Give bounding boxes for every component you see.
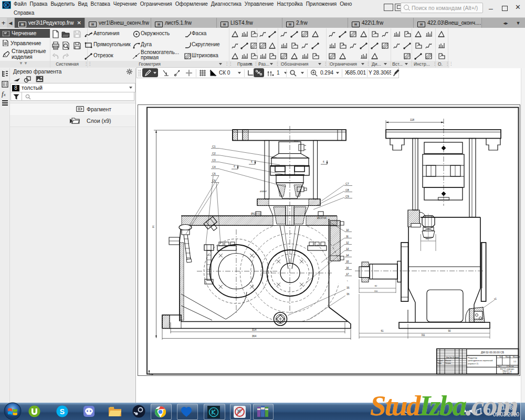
svg-text:110: 110 (374, 290, 378, 292)
svg-text:364: 364 (252, 334, 257, 338)
svg-text:ДМ 02-00.00.00 СБ: ДМ 02-00.00.00 СБ (481, 351, 505, 354)
svg-text:Пров.: Пров. (437, 362, 442, 364)
svg-text:y1: y1 (494, 298, 497, 300)
svg-text:45: 45 (426, 237, 428, 240)
svg-text:Лист: Лист (498, 365, 501, 368)
svg-text:Петров: Петров (445, 362, 451, 364)
svg-text:Б04-441-1: Б04-441-1 (503, 372, 512, 374)
svg-text:90: 90 (448, 330, 451, 332)
svg-text:Масса: Масса (506, 356, 511, 358)
svg-text:t.: t. (347, 242, 348, 244)
svg-text:82: 82 (375, 285, 377, 287)
svg-text:Разраб.: Разраб. (437, 360, 444, 362)
svg-text:t.: t. (347, 254, 348, 257)
svg-text:t.: t. (347, 279, 348, 282)
svg-text:t.: t. (347, 273, 348, 276)
svg-text:118: 118 (410, 118, 414, 121)
svg-text:C3: C3 (212, 159, 216, 162)
svg-text:C7: C7 (345, 182, 349, 185)
svg-text:Лит.: Лит. (499, 356, 502, 358)
svg-text:311: 311 (421, 334, 425, 337)
svg-text:C9: C9 (345, 195, 349, 198)
svg-text:Листов: Листов (508, 365, 514, 368)
svg-text:t.: t. (347, 248, 348, 250)
svg-text:цилиндрическо-червячный: цилиндрическо-червячный (468, 360, 492, 362)
svg-text:t.: t. (347, 260, 348, 263)
svg-text:Редуктор: Редуктор (468, 356, 477, 359)
svg-text:M10: M10 (294, 140, 299, 142)
svg-text:61: 61 (381, 330, 384, 332)
svg-text:б: б (251, 161, 253, 163)
svg-text:C2: C2 (212, 152, 216, 155)
svg-text:S: S (60, 407, 65, 416)
svg-text:Иванов: Иванов (445, 360, 451, 362)
svg-text:314: 314 (252, 328, 257, 331)
svg-text:ØC37/s6: ØC37/s6 (317, 217, 327, 219)
svg-text:H: H (152, 226, 155, 228)
svg-text:C1: C1 (212, 145, 216, 148)
svg-text:Масштаб: Масштаб (513, 356, 520, 358)
svg-text:C8: C8 (345, 188, 349, 192)
svg-text:Изм Лист N докум.: Изм Лист N докум. (446, 356, 459, 359)
svg-text:C5: C5 (212, 172, 216, 175)
svg-text:t.: t. (347, 267, 348, 269)
svg-text:t.: t. (347, 292, 348, 295)
svg-text:C4: C4 (212, 165, 216, 169)
svg-text:t.: t. (347, 286, 348, 288)
svg-text:Ø62-0.02: Ø62-0.02 (251, 213, 261, 215)
svg-text:1:1: 1:1 (513, 360, 517, 363)
svg-text:t.: t. (347, 235, 348, 238)
svg-text:Ø48H7: Ø48H7 (260, 190, 267, 193)
svg-text:t.: t. (347, 229, 348, 232)
svg-text:б: б (323, 161, 324, 163)
svg-text:(вариант 2): (вариант 2) (468, 363, 479, 365)
svg-text:б: б (234, 165, 235, 168)
